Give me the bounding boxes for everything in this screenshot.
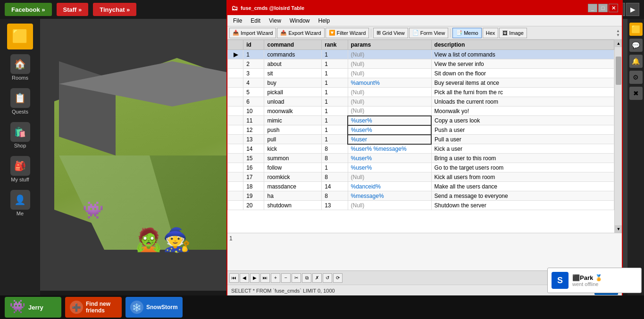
find-friends-icon: ➕: [70, 301, 83, 314]
import-icon: 📥: [233, 30, 239, 36]
export-wizard-button[interactable]: 📤 Export Wizard: [277, 28, 324, 38]
right-icon-1[interactable]: 🟨: [629, 23, 643, 36]
user-button[interactable]: 👾 Jerry: [5, 297, 61, 318]
staff-button[interactable]: Staff »: [57, 3, 89, 16]
table-row[interactable]: 17roomkick8(Null)Kick all users from roo…: [228, 172, 614, 182]
menu-help[interactable]: Help: [315, 16, 334, 25]
image-button[interactable]: 🖼 Image: [499, 28, 527, 38]
cell-id: 2: [243, 59, 264, 69]
table-row[interactable]: 12push1%user%Push a user: [228, 125, 614, 135]
cell-description: View the server info: [431, 59, 614, 69]
menu-view[interactable]: View: [265, 16, 285, 25]
cell-description: Make all the users dance: [431, 182, 614, 191]
cell-description: Send a message to everyone: [431, 191, 614, 201]
table-row[interactable]: 18massdance14%danceid%Make all the users…: [228, 182, 614, 191]
tinychat-button[interactable]: Tinychat »: [93, 3, 136, 16]
right-icon-3[interactable]: 🔔: [629, 55, 643, 68]
nav-next-button[interactable]: ▶: [250, 273, 259, 283]
table-scroll-outer: id command rank params description ▶1com…: [227, 40, 622, 233]
sidebar-item-mystuff[interactable]: 🎒 My stuff: [2, 153, 38, 185]
facebook-button[interactable]: Facebook »: [5, 3, 52, 16]
nav-prev-button[interactable]: ◀: [240, 273, 249, 283]
find-friends-button[interactable]: ➕ Find new friends: [65, 297, 122, 318]
sidebar-item-shop[interactable]: 🛍️ Shop: [2, 119, 38, 151]
quests-icon: 📋: [10, 88, 30, 108]
close-button[interactable]: ✕: [609, 4, 618, 12]
cell-rank: 8: [322, 144, 348, 154]
cell-command: roomkick: [264, 172, 322, 182]
menu-window[interactable]: Window: [286, 16, 314, 25]
cell-params: (Null): [348, 201, 431, 210]
db-memo-area[interactable]: 1: [227, 233, 622, 270]
cell-description: View a list of commands: [431, 50, 614, 59]
table-row[interactable]: 20shutdown13(Null)Shutdown the server: [228, 201, 614, 210]
nav-cut-button[interactable]: ✂: [292, 273, 301, 283]
nav-add-button[interactable]: +: [271, 273, 280, 283]
notification-popup[interactable]: S ⬛Park 🏅 went offline: [547, 268, 642, 293]
db-toolbar: 📥 Import Wizard 📤 Export Wizard 🔽 Filter…: [227, 26, 622, 40]
sidebar-item-label: My stuff: [11, 177, 29, 182]
cell-description: Go to the target users room: [431, 163, 614, 172]
table-row[interactable]: 14kick8%user% %message%Kick a user: [228, 144, 614, 154]
filter-wizard-button[interactable]: 🔽 Filter Wizard: [326, 28, 369, 38]
nav-refresh-button[interactable]: ⟳: [333, 273, 343, 283]
right-icon-2[interactable]: 💬: [629, 39, 643, 52]
sidebar-item-rooms[interactable]: 🏠 Rooms: [2, 51, 38, 83]
hex-button[interactable]: Hex: [483, 28, 499, 38]
nav-undo-button[interactable]: ↺: [323, 273, 332, 283]
nav-cancel-button[interactable]: ✗: [312, 273, 322, 283]
snowstorm-button[interactable]: ❄️ SnowStorm: [125, 297, 183, 318]
cell-id: 1: [243, 50, 264, 59]
col-header-id: [228, 40, 243, 50]
nav-remove-button[interactable]: −: [281, 273, 291, 283]
row-indicator: [228, 154, 243, 163]
sidebar-item-me[interactable]: 👤 Me: [2, 187, 38, 219]
scroll-thumb[interactable]: [616, 57, 621, 85]
row-indicator: [228, 135, 243, 144]
menu-file[interactable]: File: [229, 16, 246, 25]
cell-params: (Null): [348, 69, 431, 78]
table-row[interactable]: 3sit1(Null)Sit down on the floor: [228, 69, 614, 78]
cell-rank: 14: [322, 182, 348, 191]
import-wizard-button[interactable]: 📥 Import Wizard: [229, 28, 276, 38]
table-row[interactable]: 5pickall1(Null)Pick all the furni from t…: [228, 88, 614, 97]
menu-edit[interactable]: Edit: [247, 16, 264, 25]
cell-description: Pick all the furni from the rc: [431, 88, 614, 97]
table-wrapper[interactable]: id command rank params description ▶1com…: [227, 40, 614, 233]
table-row[interactable]: 15summon8%user%Bring a user to this room: [228, 154, 614, 163]
table-row[interactable]: 13pull1%userPull a user: [228, 135, 614, 144]
cell-command: buy: [264, 78, 322, 88]
form-view-button[interactable]: 📄 Form View: [409, 28, 448, 38]
nav-copy-button[interactable]: ⧉: [302, 273, 311, 283]
table-row[interactable]: 2about1(Null)View the server info: [228, 59, 614, 69]
notification-text: ⬛Park 🏅 went offline: [572, 274, 602, 287]
sidebar-item-quests[interactable]: 📋 Quests: [2, 85, 38, 117]
table-row[interactable]: 11mimic1%user%Copy a users look: [228, 116, 614, 125]
avatar: 🟨: [7, 24, 33, 49]
cell-params: %user% %message%: [348, 144, 431, 154]
sidebar: 🟨 🏠 Rooms 📋 Quests 🛍️ Shop 🎒 My stuff 👤 …: [0, 19, 40, 310]
cell-command: shutdown: [264, 201, 322, 210]
shop-icon: 🛍️: [10, 122, 30, 142]
cell-description: Push a user: [431, 125, 614, 135]
db-window: 🗂 fuse_cmds @loisird Table _ □ ✕ File Ed…: [226, 0, 623, 297]
nav-forward-button[interactable]: ▶: [626, 3, 639, 16]
table-row[interactable]: ▶1commands1(Null)View a list of commands: [228, 50, 614, 59]
export-icon: 📤: [280, 30, 287, 36]
maximize-button[interactable]: □: [598, 4, 608, 12]
table-scrollbar[interactable]: ▲ ▼: [614, 40, 622, 233]
table-row[interactable]: 6unload1(Null)Unloads the current room: [228, 97, 614, 106]
table-row[interactable]: 19ha8%message%Send a message to everyone: [228, 191, 614, 201]
nav-last-button[interactable]: ⏭: [260, 273, 270, 283]
memo-button[interactable]: 📑 Memo: [452, 28, 482, 38]
right-icon-4[interactable]: ⚙: [629, 71, 643, 84]
toolbar-expand-arrows[interactable]: ▲ ▼: [616, 29, 620, 37]
table-row[interactable]: 10moonwalk1(Null)Moonwalk yo!: [228, 106, 614, 116]
right-icon-5[interactable]: ✖: [629, 87, 643, 100]
nav-first-button[interactable]: ⏮: [229, 273, 239, 283]
minimize-button[interactable]: _: [588, 4, 597, 12]
rooms-icon: 🏠: [10, 54, 30, 74]
table-row[interactable]: 4buy1%amount%Buy several items at once: [228, 78, 614, 88]
grid-view-button[interactable]: ⊞ Grid View: [373, 28, 408, 38]
table-row[interactable]: 16follow1%user%Go to the target users ro…: [228, 163, 614, 172]
